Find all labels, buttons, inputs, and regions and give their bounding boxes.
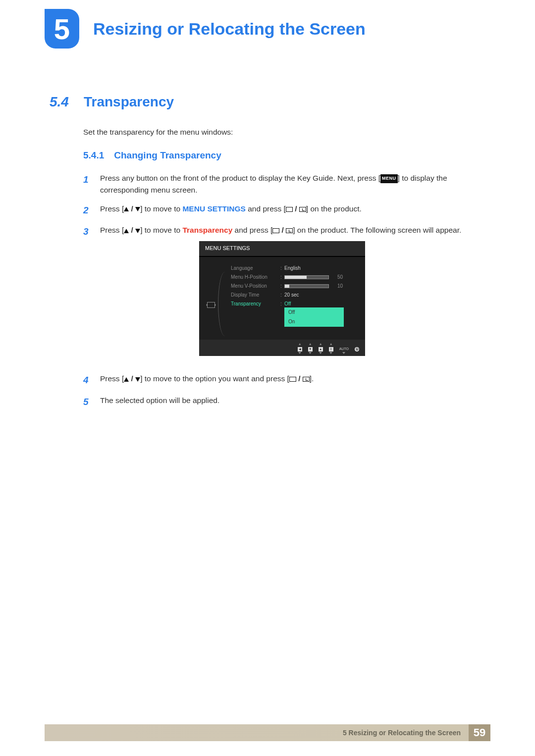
source-icon: [272, 228, 279, 233]
osd-menu-list: Language:English Menu H-Position:50 Menu…: [220, 264, 358, 327]
section-intro: Set the transparency for the menu window…: [83, 128, 233, 137]
osd-down-button-icon: ▲▼: [308, 342, 313, 354]
subsection-number: 5.4.1: [83, 150, 104, 161]
hposition-icon: [207, 302, 215, 308]
up-arrow-icon: [124, 377, 129, 382]
step-number: 5: [83, 395, 92, 409]
transparency-label: Transparency: [182, 226, 232, 234]
osd-side-icon-column: [206, 264, 216, 327]
step-text: Press [ / ] to move to Transparency and …: [100, 224, 490, 366]
section-heading: 5.4 Transparency: [50, 94, 490, 110]
step-text: Press any button on the front of the pro…: [100, 172, 490, 196]
osd-back-button-icon: ▲◀: [298, 342, 302, 354]
osd-screenshot: MENU SETTINGS Language:English Menu H-Po…: [199, 241, 365, 356]
osd-auto-button-icon: AUTO: [339, 342, 349, 354]
down-arrow-icon: [135, 377, 140, 382]
osd-row-hposition: Menu H-Position:50: [220, 273, 358, 282]
subsection-heading: 5.4.1 Changing Transparency: [83, 150, 221, 161]
chapter-header: 5 Resizing or Relocating the Screen: [45, 9, 490, 49]
up-arrow-icon: [124, 207, 129, 211]
osd-row-language: Language:English: [220, 264, 358, 273]
osd-power-button-icon: ⏻: [355, 342, 359, 354]
section-title: Transparency: [84, 94, 174, 110]
up-arrow-icon: [124, 229, 129, 233]
subsection-title: Changing Transparency: [114, 150, 221, 161]
page-footer: 5 Resizing or Relocating the Screen 59: [45, 724, 490, 741]
menu-button-icon: MENU: [380, 174, 398, 183]
osd-option-on: On: [284, 317, 344, 327]
osd-row-displaytime: Display Time:20 sec: [220, 291, 358, 300]
osd-transparency-dropdown: Off On: [284, 307, 344, 327]
source-icon: [286, 207, 293, 212]
osd-body: Language:English Menu H-Position:50 Menu…: [199, 257, 365, 340]
step-text: Press [ / ] to move to MENU SETTINGS and…: [100, 203, 490, 217]
step-text: Press [ / ] to move to the option you wa…: [100, 373, 490, 387]
menu-settings-label: MENU SETTINGS: [182, 204, 245, 213]
step-number: 1: [83, 172, 92, 196]
chapter-number-badge: 5: [45, 9, 79, 49]
osd-up-button-icon: ▲▲: [319, 342, 323, 354]
osd-slider-icon: [284, 284, 329, 288]
page-number: 59: [469, 724, 490, 741]
down-arrow-icon: [135, 229, 140, 233]
down-arrow-icon: [135, 207, 140, 211]
enter-icon: [286, 228, 293, 233]
osd-button-bar: ▲◀ ▲▼ ▲▲ ▲≡ AUTO ⏻: [199, 340, 365, 356]
osd-option-off: Off: [284, 307, 344, 317]
osd-row-vposition: Menu V-Position:10: [220, 282, 358, 291]
step-1: 1 Press any button on the front of the p…: [83, 172, 490, 196]
step-3: 3 Press [ / ] to move to Transparency an…: [83, 224, 490, 366]
source-icon: [289, 377, 296, 382]
footer-chapter-label: 5 Resizing or Relocating the Screen: [45, 724, 469, 741]
steps-list: 1 Press any button on the front of the p…: [83, 172, 490, 416]
chapter-title: Resizing or Relocating the Screen: [93, 19, 366, 39]
step-5: 5 The selected option will be applied.: [83, 395, 490, 409]
section-number: 5.4: [50, 94, 69, 110]
step-number: 2: [83, 203, 92, 217]
step-number: 4: [83, 373, 92, 387]
step-2: 2 Press [ / ] to move to MENU SETTINGS a…: [83, 203, 490, 217]
osd-title: MENU SETTINGS: [199, 241, 365, 256]
enter-icon: [299, 207, 306, 212]
step-number: 3: [83, 224, 92, 366]
enter-icon: [303, 377, 310, 382]
osd-slider-icon: [284, 275, 329, 279]
step-4: 4 Press [ / ] to move to the option you …: [83, 373, 490, 387]
step-text: The selected option will be applied.: [100, 395, 490, 409]
osd-menu-button-icon: ▲≡: [329, 342, 333, 354]
